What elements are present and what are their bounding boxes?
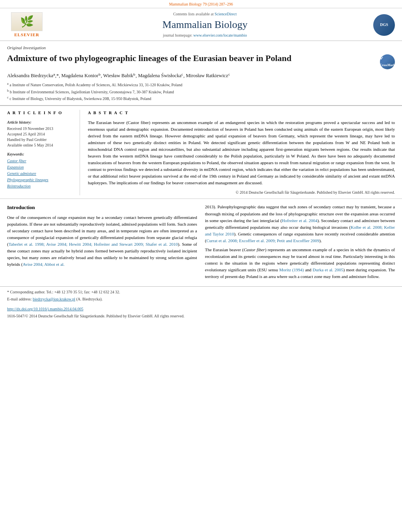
history-label: Article history: bbox=[7, 119, 74, 125]
homepage-link[interactable]: www.elsevier.com/locate/mambio bbox=[194, 33, 247, 37]
keywords-label: Keywords: bbox=[7, 151, 74, 157]
abstract-column: A B S T R A C T The Eurasian beaver (Cas… bbox=[88, 110, 395, 195]
body-section: Introduction One of the consequences of … bbox=[0, 199, 402, 286]
introduction-heading: Introduction bbox=[7, 204, 197, 211]
citation-text: Mammalian Biology 79 (2014) 287–296 bbox=[169, 2, 233, 6]
authors-line: Aleksandra Biedrzyckaᵃ,*, Magdalena Koni… bbox=[7, 72, 395, 80]
ref-kolbe[interactable]: Kolbe et al. 2008; Keller and Taylor 201… bbox=[205, 225, 395, 236]
article-history: Article history: Received 19 November 20… bbox=[7, 119, 74, 148]
abstract-heading: A B S T R A C T bbox=[88, 110, 395, 116]
elsevier-animal-icon: 🌿 bbox=[11, 13, 42, 31]
email-link[interactable]: biedrzycka@iop.krakow.pl bbox=[33, 297, 75, 301]
crossmark-badge[interactable]: ✓CrossMark bbox=[380, 54, 395, 69]
authors-text: Aleksandra Biedrzyckaᵃ,*, Magdalena Koni… bbox=[7, 73, 230, 78]
ref-moritz[interactable]: Moritz (1994) bbox=[279, 267, 304, 272]
abstract-body: The Eurasian beaver (Castor fiber) repre… bbox=[88, 120, 395, 185]
affiliation-a: a a Institute of Nature Conservation, Po… bbox=[7, 82, 395, 88]
body-left-column: Introduction One of the consequences of … bbox=[7, 204, 197, 282]
article-title-row: Admixture of two phylogeographic lineage… bbox=[7, 53, 395, 69]
keyword-4[interactable]: Phylogeographic lineages bbox=[7, 177, 74, 183]
email-suffix: (A. Biedrzycka). bbox=[76, 297, 102, 301]
ref-taberlet[interactable]: Taberlet et al. 1998; Avise 2004; Hewitt… bbox=[9, 242, 178, 247]
journal-center-info: Contents lists available at ScienceDirec… bbox=[47, 11, 363, 38]
article-info-column: A R T I C L E I N F O Article history: R… bbox=[7, 110, 80, 195]
issn-line: 1616-5047/© 2014 Deutsche Gesellschaft f… bbox=[0, 313, 402, 321]
doi-link[interactable]: http://dx.doi.org/10.1016/j.mambio.2014.… bbox=[7, 307, 83, 311]
contents-available-line: Contents lists available at ScienceDirec… bbox=[47, 11, 363, 17]
intro-paragraph-2: 2013). Paleophylogeographic data suggest… bbox=[205, 204, 395, 244]
info-abstract-section: A R T I C L E I N F O Article history: R… bbox=[0, 106, 402, 199]
springer-logo: DGS bbox=[373, 14, 395, 36]
corresponding-text: * Corresponding author. Tel.: +48 12 370… bbox=[7, 290, 120, 294]
article-type-label: Original Investigation bbox=[7, 45, 395, 51]
journal-header: 🌿 ELSEVIER Contents lists available at S… bbox=[0, 8, 402, 41]
ref-durka[interactable]: Durka et al. 2005 bbox=[313, 267, 343, 272]
right-logo-area: DGS bbox=[363, 14, 395, 36]
corresponding-author-note: * Corresponding author. Tel.: +48 12 370… bbox=[7, 289, 395, 295]
footnote-section: * Corresponding author. Tel.: +48 12 370… bbox=[0, 286, 402, 305]
sciencedirect-link[interactable]: ScienceDirect bbox=[214, 12, 236, 16]
abstract-text: The Eurasian beaver (Castor fiber) repre… bbox=[88, 119, 395, 186]
homepage-line: journal homepage: www.elsevier.com/locat… bbox=[47, 33, 363, 38]
affiliation-c: c c Institute of Biology, University of … bbox=[7, 95, 395, 102]
ref-hofreiter[interactable]: Hofreiter et al. 2004 bbox=[282, 218, 317, 223]
keyword-3[interactable]: Genetic admixture bbox=[7, 171, 74, 177]
crossmark-icon: ✓CrossMark bbox=[380, 56, 395, 68]
elsevier-logo-area: 🌿 ELSEVIER bbox=[7, 12, 47, 38]
email-line: E-mail address: biedrzycka@iop.krakow.pl… bbox=[7, 296, 395, 302]
accepted-date: Accepted 25 April 2014 bbox=[7, 132, 74, 137]
journal-name: Mammalian Biology bbox=[47, 18, 363, 32]
body-right-column: 2013). Paleophylogeographic data suggest… bbox=[205, 204, 395, 282]
keyword-1[interactable]: Castor fiber bbox=[7, 158, 74, 164]
keyword-5[interactable]: Reintroduction bbox=[7, 183, 74, 189]
elsevier-brand: ELSEVIER bbox=[14, 32, 39, 38]
article-title: Admixture of two phylogeographic lineage… bbox=[7, 53, 376, 64]
keywords-section: Keywords: Castor fiber Expansion Genetic… bbox=[7, 151, 74, 189]
handled-by: Handled by Paul Grobler bbox=[7, 137, 74, 143]
affiliations-section: a a Institute of Nature Conservation, Po… bbox=[7, 82, 395, 102]
ref-currat[interactable]: Currat et al. 2008; Excoffier et al. 200… bbox=[207, 238, 319, 243]
article-header-section: Original Investigation Admixture of two … bbox=[0, 41, 402, 106]
journal-citation: Mammalian Biology 79 (2014) 287–296 bbox=[0, 0, 402, 8]
article-info-heading: A R T I C L E I N F O bbox=[7, 110, 74, 116]
elsevier-graphic: 🌿 bbox=[11, 12, 43, 31]
keyword-2[interactable]: Expansion bbox=[7, 164, 74, 171]
doi-line: http://dx.doi.org/10.1016/j.mambio.2014.… bbox=[0, 305, 402, 313]
affiliation-b: b b Institute of Environmental Sciences,… bbox=[7, 89, 395, 95]
keywords-list: Castor fiber Expansion Genetic admixture… bbox=[7, 158, 74, 189]
copyright-line: © 2014 Deutsche Gesellschaft für Säugeti… bbox=[88, 189, 395, 195]
intro-paragraph-3: The Eurasian beaver (Castor fiber) repre… bbox=[205, 247, 395, 280]
ref-avise[interactable]: Avise 2004; Abbot et al. bbox=[22, 262, 64, 267]
available-online: Available online 5 May 2014 bbox=[7, 143, 74, 148]
received-date: Received 19 November 2013 bbox=[7, 126, 74, 132]
email-label: E-mail address: bbox=[7, 297, 32, 301]
intro-paragraph-1: One of the consequences of range expansi… bbox=[7, 214, 197, 268]
